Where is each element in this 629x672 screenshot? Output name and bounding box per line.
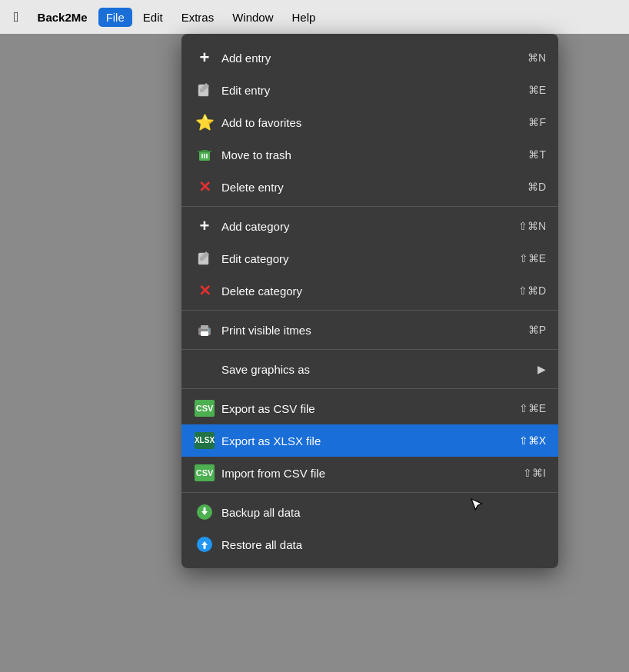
menu-item-add-favorites[interactable]: ⭐ Add to favorites ⌘F	[181, 106, 558, 138]
menu-item-print-visible-label: Print visible itmes	[221, 324, 528, 337]
menu-item-print-visible-shortcut: ⌘P	[528, 324, 546, 336]
menu-item-backup-all[interactable]: Backup all data	[181, 496, 558, 528]
menubar:  Back2Me File Edit Extras Window Help	[0, 0, 629, 34]
menu-section-entries: + Add entry ⌘N Edit entry ⌘E ⭐ Add to fa…	[181, 38, 558, 207]
menu-item-move-trash-label: Move to trash	[221, 148, 528, 161]
x-delete-category-icon: ✕	[194, 280, 215, 301]
menu-item-save-graphics[interactable]: Save graphics as ▶	[181, 353, 558, 385]
menu-item-delete-category[interactable]: ✕ Delete category ⇧⌘D	[181, 274, 558, 307]
menu-item-add-category-label: Add category	[221, 220, 518, 233]
svg-rect-9	[201, 325, 208, 329]
trash-green-icon	[194, 144, 215, 165]
menu-item-export-xlsx-shortcut: ⇧⌘X	[519, 434, 546, 447]
menu-item-add-category[interactable]: + Add category ⇧⌘N	[181, 210, 558, 242]
menu-item-import-csv[interactable]: CSV Import from CSV file ⇧⌘I	[181, 457, 558, 489]
edit-entry-icon	[194, 79, 215, 101]
menu-item-export-xlsx-label: Export as XLSX file	[221, 434, 519, 447]
menu-item-add-entry-label: Add entry	[221, 52, 527, 65]
menu-item-save-graphics-label: Save graphics as	[221, 363, 537, 376]
menu-item-add-favorites-label: Add to favorites	[221, 116, 528, 129]
xlsx-export-icon: XLSX	[194, 430, 215, 451]
svg-rect-11	[208, 329, 209, 331]
menu-item-add-entry-shortcut: ⌘N	[527, 52, 546, 64]
menu-section-categories: + Add category ⇧⌘N Edit category ⇧⌘E ✕ D…	[181, 207, 558, 311]
csv-import-icon: CSV	[194, 462, 215, 484]
menu-item-add-favorites-shortcut: ⌘F	[528, 116, 546, 128]
restore-up-icon	[194, 534, 215, 555]
menu-item-delete-entry[interactable]: ✕ Delete entry ⌘D	[181, 171, 558, 203]
backup-down-icon	[194, 501, 215, 523]
csv-export-icon: CSV	[194, 398, 215, 419]
menu-item-delete-category-label: Delete category	[221, 284, 518, 298]
plus-icon: +	[194, 47, 215, 68]
menu-item-edit-entry-shortcut: ⌘E	[528, 84, 546, 96]
svg-rect-13	[204, 507, 206, 513]
menubar-item-file[interactable]: File	[98, 8, 132, 27]
menu-item-import-csv-shortcut: ⇧⌘I	[523, 467, 546, 479]
menu-item-edit-entry[interactable]: Edit entry ⌘E	[181, 74, 558, 106]
x-red-icon: ✕	[194, 176, 215, 198]
plus-category-icon: +	[194, 215, 215, 237]
menubar-item-edit[interactable]: Edit	[135, 8, 171, 27]
apple-menu[interactable]: 	[6, 9, 27, 25]
menubar-item-extras[interactable]: Extras	[174, 8, 222, 27]
menu-item-delete-entry-label: Delete entry	[221, 181, 527, 194]
menu-item-export-csv[interactable]: CSV Export as CSV file ⇧⌘E	[181, 392, 558, 424]
star-icon: ⭐	[194, 111, 215, 133]
menu-item-save-graphics-arrow: ▶	[537, 363, 546, 375]
menu-item-backup-all-label: Backup all data	[221, 506, 546, 519]
menubar-item-window[interactable]: Window	[225, 8, 281, 27]
menu-item-restore-all[interactable]: Restore all data	[181, 528, 558, 561]
menu-section-save: Save graphics as ▶	[181, 350, 558, 389]
menu-item-export-xlsx[interactable]: XLSX Export as XLSX file ⇧⌘X	[181, 424, 558, 457]
menu-item-delete-entry-shortcut: ⌘D	[527, 181, 546, 193]
menu-section-print: Print visible itmes ⌘P	[181, 311, 558, 350]
menu-item-restore-all-label: Restore all data	[221, 538, 546, 551]
menu-item-print-visible[interactable]: Print visible itmes ⌘P	[181, 314, 558, 346]
menu-item-edit-entry-label: Edit entry	[221, 84, 528, 97]
file-dropdown-menu: + Add entry ⌘N Edit entry ⌘E ⭐ Add to fa…	[181, 34, 558, 568]
menu-item-move-trash-shortcut: ⌘T	[528, 148, 546, 161]
menu-item-edit-category[interactable]: Edit category ⇧⌘E	[181, 242, 558, 274]
menu-item-export-csv-shortcut: ⇧⌘E	[519, 402, 546, 414]
menu-item-edit-category-label: Edit category	[221, 252, 519, 265]
menu-item-export-csv-label: Export as CSV file	[221, 402, 519, 415]
svg-rect-10	[201, 331, 208, 336]
menu-section-backup: Backup all data Restore all data	[181, 493, 558, 564]
menu-item-add-entry[interactable]: + Add entry ⌘N	[181, 42, 558, 74]
menu-item-move-trash[interactable]: Move to trash ⌘T	[181, 138, 558, 171]
menu-item-delete-category-shortcut: ⇧⌘D	[518, 284, 546, 297]
menu-item-edit-category-shortcut: ⇧⌘E	[519, 252, 546, 264]
print-icon	[194, 319, 215, 341]
edit-category-icon	[194, 248, 215, 269]
menu-item-import-csv-label: Import from CSV file	[221, 467, 523, 480]
menubar-item-help[interactable]: Help	[285, 8, 324, 27]
menu-item-add-category-shortcut: ⇧⌘N	[518, 220, 546, 232]
save-graphics-spacer-icon	[194, 358, 215, 380]
menu-section-export: CSV Export as CSV file ⇧⌘E XLSX Export a…	[181, 389, 558, 493]
menubar-item-back2me[interactable]: Back2Me	[30, 8, 95, 27]
svg-rect-15	[204, 544, 206, 549]
